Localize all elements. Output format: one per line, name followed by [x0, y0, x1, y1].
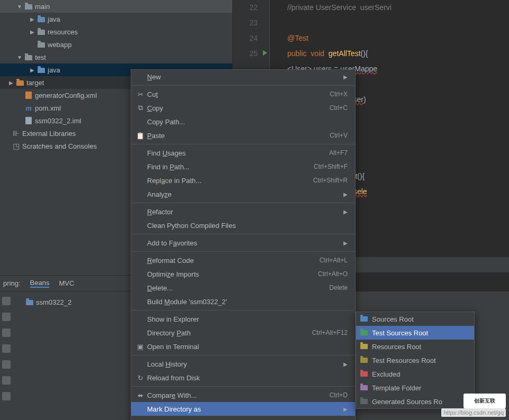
tree-item[interactable]: ▶resources — [0, 25, 232, 38]
menu-item[interactable]: Reformat CodeCtrl+Alt+L — [131, 253, 355, 267]
menu-item-shortcut: Ctrl+V — [330, 132, 348, 139]
submenu-arrow-icon: ▶ — [343, 240, 348, 246]
submenu-arrow-icon: ▶ — [343, 361, 348, 367]
menu-item[interactable]: Delete...Delete — [131, 281, 355, 295]
code-line[interactable]: public void getAllTest(){ — [287, 46, 509, 61]
menu-item[interactable]: ⧉CopyCtrl+C — [131, 101, 355, 115]
menu-item[interactable]: Show in Explorer — [131, 312, 355, 326]
toolbar-icon[interactable] — [2, 376, 11, 385]
menu-item-label: Local History — [145, 360, 343, 368]
menu-item[interactable]: Add to Favorites▶ — [131, 236, 355, 250]
menu-item-label: Show in Explorer — [145, 315, 348, 323]
menu-item-shortcut: Ctrl+Shift+R — [313, 177, 348, 184]
menu-item[interactable]: New▶ — [131, 70, 355, 84]
expand-arrow-icon[interactable]: ▶ — [30, 16, 35, 22]
expand-arrow-icon[interactable]: ▶ — [30, 67, 35, 73]
expand-arrow-icon[interactable]: ▶ — [30, 29, 35, 35]
menu-item-icon: 📋 — [135, 132, 145, 140]
code-line[interactable]: @Test — [287, 31, 509, 46]
menu-item-label: Find Usages — [145, 149, 329, 157]
menu-item-shortcut: Ctrl+Shift+F — [314, 163, 348, 170]
code-line[interactable] — [287, 15, 509, 31]
menu-item[interactable]: Copy Path... — [131, 115, 355, 129]
folder-icon — [24, 53, 33, 61]
expand-arrow-icon[interactable]: ▶ — [8, 80, 14, 86]
toolbar-icon[interactable] — [2, 392, 11, 400]
submenu-item[interactable]: Sources Root — [356, 312, 474, 326]
menu-item[interactable]: Find in Path...Ctrl+Shift+F — [131, 160, 355, 174]
menu-item[interactable]: Clean Python Compiled Files — [131, 218, 355, 232]
submenu-item[interactable]: Resources Root — [356, 340, 474, 353]
submenu-arrow-icon: ▶ — [343, 209, 348, 215]
run-gutter-icon[interactable] — [263, 50, 267, 56]
menu-item[interactable]: Mark Directory as▶ — [131, 402, 355, 416]
menu-item[interactable]: ▣Open in Terminal — [131, 340, 355, 353]
toolbar-icon[interactable] — [2, 360, 11, 369]
menu-item-icon: ⧉ — [135, 104, 145, 112]
submenu-item[interactable]: Excluded — [356, 367, 474, 381]
submenu-arrow-icon: ▶ — [343, 191, 348, 197]
submenu-item-label: Generated Sources Ro — [372, 398, 442, 406]
submenu-item[interactable]: Generated Sources Ro — [356, 395, 474, 408]
module-icon — [25, 298, 34, 306]
tree-item-label: generatorConfig.xml — [35, 92, 97, 99]
expand-arrow-icon[interactable]: ▼ — [17, 54, 22, 60]
code-line[interactable]: //private UserService userServi — [287, 0, 509, 15]
menu-item[interactable]: ✂CutCtrl+X — [131, 87, 355, 101]
tree-item-label: java — [48, 15, 60, 23]
tree-item-label: webapp — [48, 41, 72, 49]
menu-item-label: Replace in Path... — [145, 177, 313, 185]
menu-item-shortcut: Ctrl+X — [330, 90, 348, 98]
submenu-item[interactable]: Template Folder — [356, 381, 474, 395]
tab-mvc[interactable]: MVC — [59, 279, 74, 287]
menu-item[interactable]: ⬌Compare With...Ctrl+D — [131, 388, 355, 402]
menu-item[interactable]: Find UsagesAlt+F7 — [131, 146, 355, 160]
menu-item-label: Reformat Code — [145, 257, 320, 264]
submenu-item[interactable]: Test Sources Root — [356, 326, 474, 340]
folder-blue-icon — [37, 66, 46, 74]
line-number[interactable]: 23 — [233, 15, 269, 31]
menu-item-icon: ⬌ — [135, 391, 145, 399]
tree-item[interactable]: ▼main — [0, 0, 232, 13]
submenu-item[interactable]: Test Resources Root — [356, 353, 474, 367]
folder-orange-icon — [16, 78, 24, 87]
watermark-logo: 创新互联 — [463, 394, 506, 408]
tab-beans[interactable]: Beans — [30, 279, 50, 288]
menu-item[interactable]: Build Module 'ssm0322_2' — [131, 295, 355, 308]
menu-item-label: New — [145, 73, 343, 81]
menu-item-label: Refactor — [145, 208, 343, 216]
toolbar-icon[interactable] — [2, 313, 11, 321]
menu-item[interactable]: 📋PasteCtrl+V — [131, 129, 355, 142]
menu-item[interactable]: Directory PathCtrl+Alt+F12 — [131, 326, 355, 340]
tree-item[interactable]: webapp — [0, 38, 232, 51]
submenu-arrow-icon: ▶ — [343, 406, 348, 412]
menu-item-label: Clean Python Compiled Files — [145, 222, 348, 230]
menu-item[interactable]: Analyze▶ — [131, 187, 355, 201]
tree-item-label: ssm0322_2.iml — [35, 117, 81, 125]
tree-item[interactable]: ▼test — [0, 51, 232, 63]
spring-module-label: ssm0322_2 — [36, 298, 71, 306]
tree-item-label: Scratches and Consoles — [22, 142, 97, 150]
tree-item-label: External Libraries — [22, 130, 76, 138]
menu-item[interactable]: Refactor▶ — [131, 205, 355, 218]
folder-icon — [360, 330, 368, 335]
menu-item-shortcut: Ctrl+C — [330, 104, 348, 112]
line-number[interactable]: 22 — [233, 0, 269, 15]
tree-item-label: java — [48, 66, 60, 74]
toolbar-icon[interactable] — [2, 328, 11, 337]
menu-item[interactable]: Local History▶ — [131, 357, 355, 371]
menu-item-icon: ▣ — [135, 343, 145, 351]
toolbar-icon[interactable] — [2, 297, 11, 305]
line-number[interactable]: 25 — [233, 46, 269, 61]
submenu-item-label: Resources Root — [372, 343, 421, 351]
expand-arrow-icon[interactable]: ▼ — [17, 4, 22, 10]
tree-item[interactable]: ▶java — [0, 13, 232, 25]
menu-item[interactable]: Optimize ImportsCtrl+Alt+O — [131, 267, 355, 281]
line-number[interactable]: 24 — [233, 31, 269, 46]
menu-item[interactable]: Replace in Path...Ctrl+Shift+R — [131, 174, 355, 187]
toolbar-icon[interactable] — [2, 344, 11, 353]
menu-item[interactable]: Remove BOM — [131, 416, 355, 420]
menu-item[interactable]: ↻Reload from Disk — [131, 371, 355, 385]
menu-item-label: Add to Favorites — [145, 239, 343, 247]
menu-item-label: Analyze — [145, 190, 343, 198]
